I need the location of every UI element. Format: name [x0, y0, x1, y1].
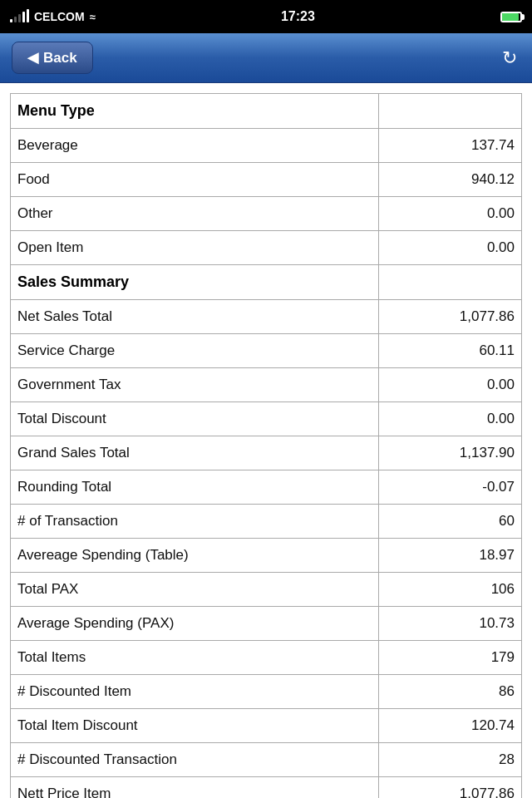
row-value: 0.00: [378, 197, 521, 231]
row-value: 60.11: [378, 334, 521, 368]
refresh-icon: ↻: [502, 47, 517, 68]
row-label: Avereage Spending (Table): [11, 539, 379, 573]
row-label: Total PAX: [11, 573, 379, 607]
time-label: 17:23: [281, 9, 315, 24]
row-label: Total Discount: [11, 402, 379, 436]
refresh-button[interactable]: ↻: [499, 44, 520, 72]
row-value: 10.73: [378, 607, 521, 641]
row-value: 0.00: [378, 368, 521, 402]
row-value: 179: [378, 641, 521, 675]
row-value: 106: [378, 573, 521, 607]
row-value: 940.12: [378, 163, 521, 197]
table-row: Government Tax 0.00: [11, 368, 522, 402]
table-row: Total PAX 106: [11, 573, 522, 607]
table-row: Avereage Spending (Table) 18.97: [11, 539, 522, 573]
table-row: Other 0.00: [11, 197, 522, 231]
row-value: 86: [378, 675, 521, 709]
content-area: Menu Type Beverage 137.74 Food 940.12 Ot…: [0, 83, 532, 798]
table-row: Grand Sales Total 1,137.90: [11, 436, 522, 470]
row-label: Open Item: [11, 231, 379, 265]
row-label: Nett Price Item: [11, 777, 379, 799]
table-row: Service Charge 60.11: [11, 334, 522, 368]
row-value: 60: [378, 505, 521, 539]
row-value: 1,077.86: [378, 300, 521, 334]
nav-bar: ◀ Back ↻: [0, 33, 532, 83]
table-row: Food 940.12: [11, 163, 522, 197]
table-row: Average Spending (PAX) 10.73: [11, 607, 522, 641]
section-header-label: Sales Summary: [11, 265, 379, 300]
table-row: Beverage 137.74: [11, 129, 522, 163]
table-row: # Discounted Transaction 28: [11, 743, 522, 777]
row-label: Average Spending (PAX): [11, 607, 379, 641]
row-label: # Discounted Item: [11, 675, 379, 709]
row-value: 120.74: [378, 709, 521, 743]
table-section-header: Sales Summary: [11, 265, 522, 300]
wifi-icon: ≈: [90, 11, 96, 23]
section-header-label: Menu Type: [11, 94, 379, 129]
row-label: Service Charge: [11, 334, 379, 368]
row-label: Other: [11, 197, 379, 231]
battery-icon: [500, 12, 522, 22]
row-value: 0.00: [378, 231, 521, 265]
row-value: 137.74: [378, 129, 521, 163]
back-chevron-icon: ◀: [27, 49, 38, 66]
status-bar: CELCOM ≈ 17:23: [0, 0, 532, 33]
row-value: 0.00: [378, 402, 521, 436]
row-label: Food: [11, 163, 379, 197]
table-row: Total Items 179: [11, 641, 522, 675]
table-row: Open Item 0.00: [11, 231, 522, 265]
signal-icon: [10, 11, 29, 22]
status-right: [500, 12, 522, 22]
row-label: # Discounted Transaction: [11, 743, 379, 777]
back-label: Back: [43, 50, 77, 66]
table-row: Total Item Discount 120.74: [11, 709, 522, 743]
row-label: Net Sales Total: [11, 300, 379, 334]
row-value: 1,077.86: [378, 777, 521, 799]
row-label: Grand Sales Total: [11, 436, 379, 470]
row-label: # of Transaction: [11, 505, 379, 539]
row-label: Rounding Total: [11, 470, 379, 505]
table-row: # Discounted Item 86: [11, 675, 522, 709]
section-header-value: [378, 265, 521, 300]
row-label: Total Item Discount: [11, 709, 379, 743]
table-row: # of Transaction 60: [11, 505, 522, 539]
carrier-label: CELCOM: [34, 10, 85, 23]
report-table: Menu Type Beverage 137.74 Food 940.12 Ot…: [10, 93, 522, 798]
row-label: Government Tax: [11, 368, 379, 402]
status-left: CELCOM ≈: [10, 10, 96, 23]
row-value: -0.07: [378, 470, 521, 505]
section-header-value: [378, 94, 521, 129]
table-row: Nett Price Item 1,077.86: [11, 777, 522, 799]
table-section-header: Menu Type: [11, 94, 522, 129]
row-label: Beverage: [11, 129, 379, 163]
row-label: Total Items: [11, 641, 379, 675]
table-row: Total Discount 0.00: [11, 402, 522, 436]
table-row: Net Sales Total 1,077.86: [11, 300, 522, 334]
back-button[interactable]: ◀ Back: [12, 42, 93, 74]
row-value: 1,137.90: [378, 436, 521, 470]
table-row: Rounding Total -0.07: [11, 470, 522, 505]
row-value: 18.97: [378, 539, 521, 573]
row-value: 28: [378, 743, 521, 777]
